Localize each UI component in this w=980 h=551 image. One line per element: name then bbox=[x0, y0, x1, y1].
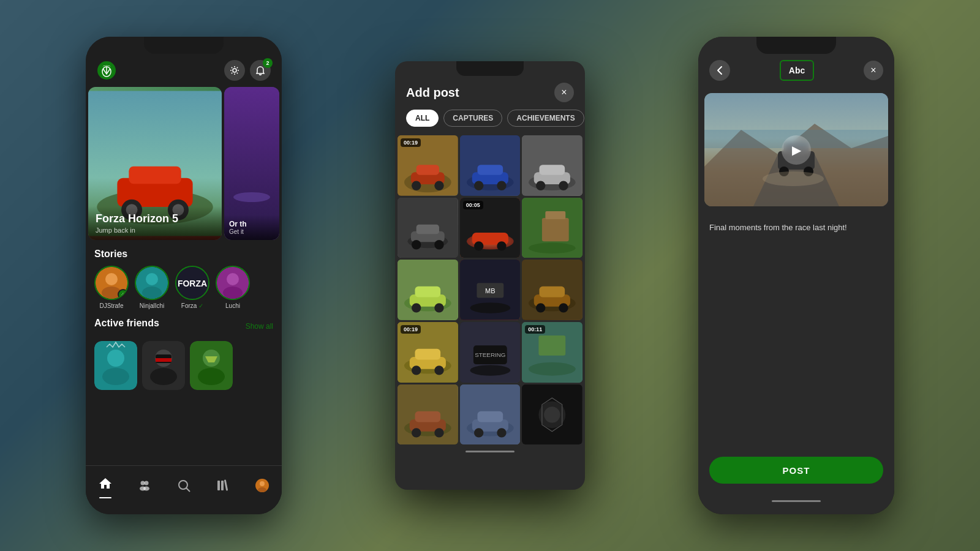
nav-item-profile[interactable] bbox=[255, 478, 270, 497]
avatar-ninjalchi bbox=[136, 267, 168, 299]
svg-point-19 bbox=[142, 287, 162, 299]
svg-text:FORZA: FORZA bbox=[178, 279, 207, 288]
hero-side-card[interactable]: Or th Get it bbox=[224, 87, 279, 240]
nav-item-library[interactable] bbox=[216, 478, 230, 497]
story-name-djstrafe: DJStrafe bbox=[100, 302, 124, 309]
svg-point-131 bbox=[763, 171, 824, 186]
svg-point-45 bbox=[260, 481, 265, 486]
svg-point-89 bbox=[470, 303, 510, 314]
caption-text[interactable]: Final moments from the race last night! bbox=[709, 222, 883, 233]
show-all-button[interactable]: Show all bbox=[246, 322, 273, 331]
capture-thumb-11[interactable]: STEERING bbox=[460, 322, 521, 383]
active-friends-title: Active friends bbox=[94, 318, 159, 329]
svg-rect-56 bbox=[477, 165, 503, 174]
svg-point-58 bbox=[497, 181, 506, 190]
capture-thumb-7[interactable] bbox=[398, 260, 458, 320]
nav-active-indicator bbox=[99, 497, 111, 498]
modal-close-button[interactable]: × bbox=[554, 83, 574, 102]
capture-thumb-13[interactable] bbox=[398, 384, 458, 445]
video-preview[interactable]: ▶ bbox=[704, 93, 888, 206]
left-phone: 2 bbox=[86, 37, 282, 514]
bottom-navigation bbox=[86, 465, 282, 514]
capture-thumb-10[interactable]: 00:19 bbox=[398, 322, 458, 383]
story-item-luchi[interactable]: Luchi bbox=[216, 266, 250, 309]
capture-thumb-9[interactable] bbox=[522, 260, 582, 320]
svg-rect-118 bbox=[477, 411, 503, 422]
video-duration-10: 00:19 bbox=[401, 325, 421, 334]
friend-avatar-1[interactable] bbox=[94, 341, 137, 390]
svg-point-39 bbox=[143, 486, 149, 490]
svg-point-46 bbox=[258, 487, 266, 492]
notifications-button[interactable]: 2 bbox=[250, 60, 271, 81]
svg-rect-62 bbox=[540, 165, 565, 174]
notification-badge: 2 bbox=[263, 58, 273, 68]
story-name-forza: Forza ✓ bbox=[181, 302, 203, 309]
post-button[interactable]: POST bbox=[709, 457, 883, 484]
filter-tab-captures[interactable]: CAPTURES bbox=[443, 110, 502, 127]
capture-thumb-6[interactable] bbox=[522, 198, 582, 258]
svg-point-63 bbox=[536, 181, 545, 190]
svg-point-36 bbox=[141, 481, 145, 485]
svg-point-105 bbox=[470, 365, 510, 376]
svg-point-70 bbox=[434, 240, 443, 249]
nav-item-search[interactable] bbox=[176, 478, 191, 497]
story-item-forza[interactable]: FORZA Forza ✓ bbox=[175, 266, 209, 309]
hero-side-subtext: Get it bbox=[229, 228, 274, 235]
hero-overlay: Forza Horizon 5 Jump back in bbox=[88, 206, 222, 240]
story-item-ninjalchi[interactable]: NinjalIchi bbox=[135, 266, 169, 309]
nav-item-home[interactable] bbox=[98, 476, 113, 498]
svg-point-75 bbox=[497, 241, 506, 250]
settings-button[interactable] bbox=[224, 60, 245, 81]
svg-rect-107 bbox=[539, 335, 566, 356]
capture-thumb-3[interactable] bbox=[522, 135, 582, 196]
story-item-djstrafe[interactable]: + DJStrafe bbox=[94, 266, 129, 309]
captures-grid: 00:19 00:05 MB 00:19 bbox=[395, 135, 585, 444]
capture-thumb-2[interactable] bbox=[460, 135, 521, 196]
friend-avatar-3[interactable] bbox=[190, 341, 233, 390]
back-button[interactable] bbox=[709, 60, 730, 81]
svg-point-123 bbox=[545, 407, 560, 422]
story-avatar-luchi bbox=[216, 266, 250, 300]
capture-thumb-5[interactable]: 00:05 bbox=[460, 198, 521, 258]
svg-point-94 bbox=[536, 304, 545, 313]
play-button[interactable]: ▶ bbox=[782, 135, 811, 165]
right-scroll-indicator bbox=[772, 500, 821, 502]
text-overlay-button[interactable]: Abc bbox=[780, 60, 814, 81]
left-phone-content: 2 bbox=[86, 37, 282, 514]
svg-point-18 bbox=[146, 273, 158, 285]
friends-row bbox=[94, 341, 273, 390]
story-avatar-ninjalchi bbox=[135, 266, 169, 300]
capture-thumb-12[interactable]: 00:11 bbox=[522, 322, 582, 383]
svg-rect-42 bbox=[217, 481, 220, 490]
profile-icon bbox=[255, 478, 270, 497]
modal-title: Add post bbox=[406, 86, 459, 100]
friends-header: Active friends Show all bbox=[94, 318, 273, 335]
svg-point-27 bbox=[102, 368, 129, 385]
library-icon bbox=[216, 478, 230, 497]
filter-tab-all[interactable]: ALL bbox=[406, 110, 439, 127]
hero-side-text: Or th bbox=[229, 220, 274, 228]
capture-thumb-15[interactable] bbox=[522, 384, 582, 445]
right-close-button[interactable]: × bbox=[864, 61, 883, 80]
hero-main-card[interactable]: Forza Horizon 5 Jump back in bbox=[88, 87, 222, 240]
capture-thumb-8[interactable]: MB bbox=[460, 260, 521, 320]
friend-avatar-2[interactable] bbox=[142, 341, 185, 390]
community-icon bbox=[137, 478, 152, 497]
phone-notch-left bbox=[144, 37, 224, 54]
svg-point-51 bbox=[412, 181, 421, 190]
story-avatar-forza: FORZA bbox=[175, 266, 209, 300]
svg-point-69 bbox=[412, 240, 421, 249]
svg-point-37 bbox=[145, 481, 149, 485]
svg-rect-32 bbox=[156, 358, 172, 362]
capture-thumb-4[interactable] bbox=[398, 198, 458, 258]
capture-thumb-14[interactable] bbox=[460, 384, 521, 445]
svg-rect-77 bbox=[542, 218, 569, 241]
svg-rect-7 bbox=[129, 167, 181, 184]
svg-point-64 bbox=[559, 181, 568, 190]
story-add-button[interactable]: + bbox=[118, 289, 129, 300]
capture-thumb-1[interactable]: 00:19 bbox=[398, 135, 458, 196]
filter-tab-achievements[interactable]: ACHIEVEMENTS bbox=[507, 110, 584, 127]
nav-item-community[interactable] bbox=[137, 478, 152, 497]
avatar-forza: FORZA bbox=[176, 267, 208, 299]
svg-rect-68 bbox=[417, 225, 439, 234]
